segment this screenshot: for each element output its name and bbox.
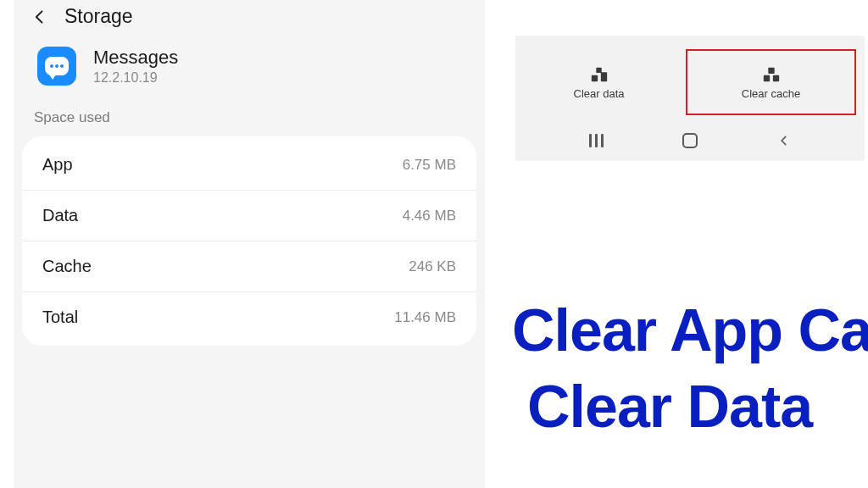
svg-rect-0	[591, 75, 597, 80]
svg-rect-2	[596, 67, 601, 72]
row-value: 11.46 MB	[394, 309, 456, 326]
home-icon	[682, 133, 698, 148]
clear-cache-icon	[762, 65, 781, 82]
nav-recents-button[interactable]	[579, 128, 613, 153]
row-label: Total	[42, 308, 78, 327]
row-value: 246 KB	[409, 258, 456, 275]
svg-rect-1	[600, 72, 606, 81]
section-label: Space used	[14, 109, 485, 136]
overlay-caption-1: Clear App Cache	[512, 297, 868, 364]
storage-row-total: Total 11.46 MB	[22, 292, 476, 342]
nav-back-button[interactable]	[767, 128, 801, 153]
nav-home-button[interactable]	[673, 128, 707, 153]
page-title: Storage	[64, 5, 133, 28]
header: Storage	[14, 0, 485, 30]
storage-card: App 6.75 MB Data 4.46 MB Cache 246 KB To…	[22, 136, 476, 346]
row-value: 6.75 MB	[403, 157, 456, 174]
back-icon	[778, 135, 790, 147]
storage-settings-panel: Storage Messages 12.2.10.19 Space used A…	[14, 0, 485, 488]
row-label: Data	[42, 206, 78, 225]
storage-row-cache[interactable]: Cache 246 KB	[22, 241, 476, 292]
action-bar-panel: Clear data Clear cache	[515, 36, 865, 161]
messages-app-icon	[37, 47, 76, 86]
clear-data-icon	[590, 65, 609, 82]
storage-row-data[interactable]: Data 4.46 MB	[22, 191, 476, 241]
row-label: Cache	[42, 257, 92, 276]
action-label: Clear cache	[742, 87, 800, 100]
action-label: Clear data	[574, 87, 625, 100]
row-value: 4.46 MB	[403, 208, 456, 225]
app-version: 12.2.10.19	[93, 70, 178, 86]
app-info: Messages 12.2.10.19	[14, 30, 485, 109]
clear-cache-button[interactable]: Clear cache	[686, 49, 856, 115]
back-icon[interactable]	[31, 8, 49, 26]
action-bar: Clear data Clear cache	[515, 36, 865, 120]
storage-row-app[interactable]: App 6.75 MB	[22, 140, 476, 191]
app-name: Messages	[93, 47, 178, 69]
app-meta: Messages 12.2.10.19	[93, 47, 178, 86]
row-label: App	[42, 155, 73, 175]
overlay-caption-2: Clear Data	[527, 373, 812, 441]
svg-rect-5	[768, 67, 774, 73]
clear-data-button[interactable]: Clear data	[515, 44, 682, 120]
svg-rect-4	[772, 75, 778, 80]
svg-rect-3	[763, 75, 769, 80]
android-nav-bar	[515, 120, 865, 161]
recents-icon	[589, 134, 604, 147]
